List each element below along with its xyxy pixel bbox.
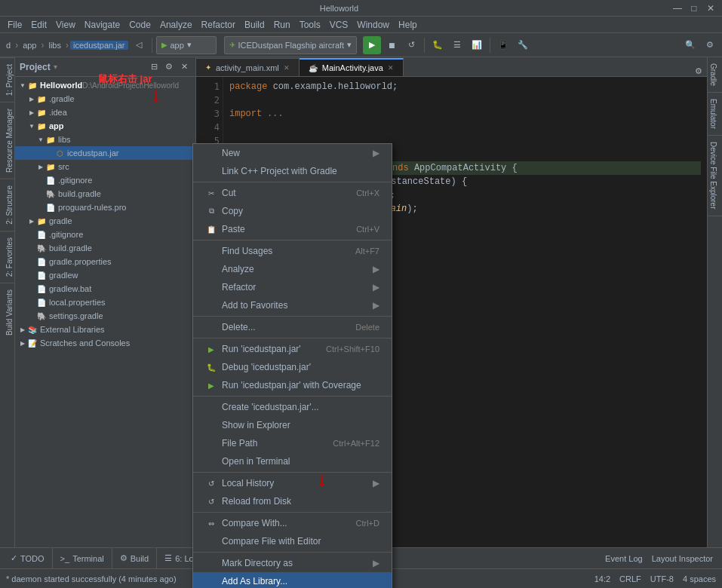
ctx-run-coverage[interactable]: ▶ Run 'icedustpan.jar' with Coverage [193,376,392,394]
tab-structure[interactable]: 2: Structure [0,179,15,231]
ctx-file-path[interactable]: File Path Ctrl+Alt+F12 [193,434,392,452]
menu-refactor[interactable]: Refactor [197,18,240,32]
bottom-tab-terminal[interactable]: >_ Terminal [53,548,112,569]
tab-activity-main-xml[interactable]: ✦ activity_main.xml ✕ [196,58,300,76]
menu-help[interactable]: Help [394,18,422,32]
menu-view[interactable]: View [51,18,80,32]
ctx-compare-editor[interactable]: Compare File with Editor [193,532,392,550]
app-module-label: app [171,41,184,50]
ctx-local-history[interactable]: ↺ Local History ▶ [193,474,392,492]
bottom-tab-todo[interactable]: ✓ TODO [3,548,53,569]
tree-idea[interactable]: ▶ 📁 .idea [15,106,195,119]
ctx-debug[interactable]: 🐛 Debug 'icedustpan.jar' [193,358,392,376]
menu-vcs[interactable]: VCS [325,18,353,32]
menu-file[interactable]: File [3,18,26,32]
menu-code[interactable]: Code [124,18,155,32]
tab-project[interactable]: 1: Project [0,57,15,102]
tab-emulator[interactable]: Emulator [708,93,722,136]
cursor-position[interactable]: 14:2 [594,574,610,583]
tree-local-properties[interactable]: 📄 local.properties [15,296,195,309]
run-button[interactable]: ▶ [363,36,381,54]
tree-external-libraries[interactable]: ▶ 📚 External Libraries [15,323,195,336]
debug-button[interactable]: 🐛 [429,36,447,54]
tab-build-variants[interactable]: Build Variants [0,283,15,341]
tab-close-xml[interactable]: ✕ [284,64,290,72]
tree-libs[interactable]: ▼ 📁 libs [15,133,195,146]
ctx-delete[interactable]: Delete... Delete [193,318,392,336]
avd-button[interactable]: 📱 [494,36,512,54]
coverage-button[interactable]: ☰ [448,36,466,54]
back-button[interactable]: ◁ [130,36,148,54]
ctx-add-favorites[interactable]: Add to Favorites ▶ [193,296,392,314]
tree-gradlew[interactable]: 📄 gradlew [15,268,195,282]
tree-build-gradle-root[interactable]: 🐘 build.gradle [15,241,195,255]
ctx-analyze[interactable]: Analyze ▶ [193,260,392,278]
ctx-run-label: Run 'icedustpan.jar' [222,344,301,354]
indent-style[interactable]: 4 spaces [683,574,716,583]
ctx-new[interactable]: New ▶ [193,144,392,162]
tree-gradlew-bat[interactable]: 📄 gradlew.bat [15,282,195,296]
bottom-tab-build[interactable]: ⚙ Build [112,548,157,569]
profile-button[interactable]: 📊 [468,36,486,54]
panel-close[interactable]: ✕ [177,60,191,74]
tree-helloworld[interactable]: ▼ 📁 Helloworld D:\AndroidProject\Hellowo… [15,78,195,92]
panel-settings[interactable]: ⚙ [162,60,176,74]
file-icon: 📄 [36,283,47,294]
ctx-show-explorer[interactable]: Show in Explorer [193,416,392,434]
ctx-refactor[interactable]: Refactor ▶ [193,278,392,296]
ctx-open-terminal[interactable]: Open in Terminal [193,452,392,470]
layout-inspector-button[interactable]: Layout Inspector [652,554,713,563]
tree-gradle-properties[interactable]: 📄 gradle.properties [15,255,195,268]
ctx-cut[interactable]: ✂ Cut Ctrl+X [193,184,392,202]
tree-build-gradle-app[interactable]: 🐘 build.gradle [15,187,195,201]
ctx-run[interactable]: ▶ Run 'icedustpan.jar' Ctrl+Shift+F10 [193,340,392,358]
menu-build[interactable]: Build [240,18,269,32]
tab-mainactivity-java[interactable]: ☕ MainActivity.java ✕ [300,58,404,76]
menu-window[interactable]: Window [352,18,394,32]
maximize-button[interactable]: □ [689,3,699,14]
tree-settings-gradle[interactable]: 🐘 settings.gradle [15,309,195,323]
ctx-find-usages[interactable]: Find Usages Alt+F7 [193,242,392,260]
tab-resource-manager[interactable]: Resource Manager [0,102,15,179]
tree-gitignore-root[interactable]: 📄 .gitignore [15,228,195,241]
tab-gradle[interactable]: Gradle [708,57,722,93]
file-encoding[interactable]: UTF-8 [650,574,674,583]
menu-run[interactable]: Run [269,18,295,32]
event-log-button[interactable]: Event Log [605,554,643,563]
menu-edit[interactable]: Edit [26,18,51,32]
ctx-compare-with[interactable]: ⇔ Compare With... Ctrl+D [193,514,392,532]
settings-button[interactable]: ⚙ [701,36,719,54]
ctx-paste[interactable]: 📋 Paste Ctrl+V [193,220,392,238]
tree-app[interactable]: ▼ 📁 app [15,119,195,133]
tab-favorites[interactable]: 2: Favorites [0,231,15,283]
menu-analyze[interactable]: Analyze [155,18,197,32]
search-everywhere-button[interactable]: 🔍 [681,36,699,54]
ctx-create[interactable]: Create 'icedustpan.jar'... [193,398,392,416]
minimize-button[interactable]: — [672,3,683,14]
tree-icedustpan-jar[interactable]: ⬡ icedustpan.jar [15,146,195,160]
panel-collapse-all[interactable]: ⊟ [147,60,161,74]
tree-gradle-dir[interactable]: ▶ 📁 gradle [15,214,195,228]
stop-button[interactable]: ⏹ [383,36,401,54]
ctx-reload[interactable]: ↺ Reload from Disk [193,492,392,510]
close-button[interactable]: ✕ [705,3,716,14]
config-dropdown[interactable]: ✈ ICEDustpan Flagship aircraft ▾ [224,36,358,54]
tree-scratches[interactable]: ▶ 📝 Scratches and Consoles [15,336,195,350]
ctx-link-cpp[interactable]: Link C++ Project with Gradle [193,162,392,180]
tree-src[interactable]: ▶ 📁 src [15,160,195,173]
tab-close-java[interactable]: ✕ [388,64,394,72]
tree-gitignore-app[interactable]: 📄 .gitignore [15,173,195,187]
line-ending[interactable]: CRLF [619,574,641,583]
app-module-dropdown[interactable]: ▶ app ▾ [156,36,217,54]
ctx-add-library[interactable]: Add As Library... [193,572,392,588]
tree-gradle-hidden[interactable]: ▶ 📁 .gradle [15,92,195,106]
menu-tools[interactable]: Tools [295,18,325,32]
ctx-mark-directory[interactable]: Mark Directory as ▶ [193,554,392,572]
editor-settings-button[interactable]: ⚙ [690,66,707,76]
sdk-button[interactable]: 🔧 [514,36,532,54]
tree-proguard[interactable]: 📄 proguard-rules.pro [15,201,195,214]
tab-device-file-explorer[interactable]: Device File Explorer [708,136,722,216]
sync-button[interactable]: ↺ [402,36,420,54]
ctx-copy[interactable]: ⧉ Copy [193,202,392,220]
menu-navigate[interactable]: Navigate [80,18,124,32]
